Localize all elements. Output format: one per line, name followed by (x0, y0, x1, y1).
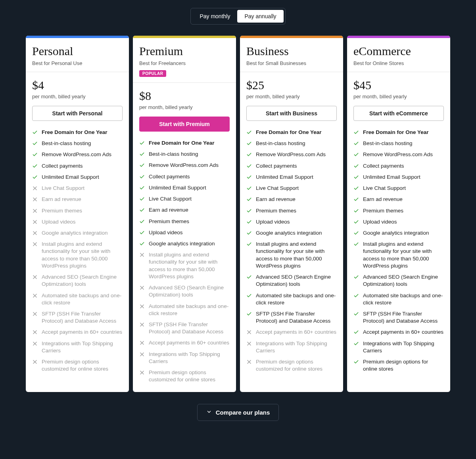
feature-label: Live Chat Support (42, 185, 84, 192)
feature-label: Unlimited Email Support (149, 184, 206, 191)
feature-item: Unlimited Email Support (246, 174, 337, 181)
feature-item: Install plugins and extend functionality… (32, 241, 123, 270)
start-button-personal[interactable]: Start with Personal (32, 106, 123, 121)
feature-label: Install plugins and extend functionality… (363, 241, 444, 270)
feature-item: Upload videos (353, 218, 444, 226)
start-button-ecommerce[interactable]: Start with eCommerce (353, 106, 444, 121)
check-icon (32, 130, 38, 135)
check-icon (139, 196, 145, 202)
feature-label: Free Domain for One Year (42, 129, 107, 136)
feature-label: Accept payments in 60+ countries (256, 329, 336, 336)
check-icon (353, 230, 359, 236)
check-icon (246, 208, 252, 214)
check-icon (353, 163, 359, 169)
feature-item: Advanced SEO (Search Engine Optimization… (353, 273, 444, 288)
feature-label: Earn ad revenue (363, 196, 403, 203)
feature-label: Accept payments in 60+ countries (363, 329, 443, 336)
feature-label: SFTP (SSH File Transfer Protocol) and Da… (42, 310, 123, 325)
feature-item: Premium design options customized for on… (32, 358, 123, 373)
feature-label: Collect payments (149, 173, 190, 180)
feature-item: Automated site backups and one-click res… (246, 292, 337, 306)
cross-icon (139, 252, 145, 258)
check-icon (353, 152, 359, 157)
chevron-down-icon (206, 409, 212, 416)
plan-card-personal: PersonalBest for Personal Use$4per month… (26, 36, 129, 392)
feature-item: Free Domain for One Year (353, 129, 444, 136)
plan-price-block: $4per month, billed yearly (26, 72, 129, 99)
feature-item: Best-in-class hosting (246, 140, 337, 147)
feature-label: Remove WordPress.com Ads (149, 162, 219, 169)
feature-label: SFTP (SSH File Transfer Protocol) and Da… (363, 310, 444, 325)
feature-label: Advanced SEO (Search Engine Optimization… (363, 273, 444, 288)
feature-label: Best-in-class hosting (256, 140, 305, 147)
feature-item: Accept payments in 60+ countries (353, 329, 444, 336)
feature-label: Automated site backups and one-click res… (42, 292, 123, 306)
feature-label: Unlimited Email Support (42, 174, 99, 181)
feature-item: Advanced SEO (Search Engine Optimization… (32, 273, 123, 288)
feature-item: Upload videos (139, 229, 230, 236)
feature-label: SFTP (SSH File Transfer Protocol) and Da… (256, 310, 337, 325)
check-icon (353, 174, 359, 180)
feature-label: Google analytics integration (363, 230, 429, 237)
pay-annually-button[interactable]: Pay annually (237, 10, 283, 23)
pay-monthly-button[interactable]: Pay monthly (192, 10, 237, 23)
feature-item: Install plugins and extend functionality… (246, 241, 337, 270)
feature-label: Install plugins and extend functionality… (256, 241, 337, 270)
compare-plans-button[interactable]: Compare our plans (197, 404, 279, 421)
feature-item: Integrations with Top Shipping Carriers (139, 351, 230, 365)
feature-label: Upload videos (363, 218, 397, 226)
check-icon (353, 341, 359, 346)
feature-label: Automated site backups and one-click res… (363, 292, 444, 306)
feature-label: Collect payments (42, 163, 83, 170)
check-icon (246, 141, 252, 146)
start-button-business[interactable]: Start with Business (246, 106, 337, 121)
plan-subtitle: Best for Freelancers (139, 60, 230, 66)
feature-item: Earn ad revenue (353, 196, 444, 203)
plan-card-premium: PremiumBest for FreelancersPOPULAR$8per … (133, 36, 236, 392)
feature-label: Integrations with Top Shipping Carriers (42, 340, 123, 354)
feature-label: Free Domain for One Year (149, 140, 215, 147)
feature-item: Upload videos (32, 218, 123, 226)
plan-price-block: $45per month, billed yearly (347, 72, 450, 99)
feature-item: Integrations with Top Shipping Carriers (246, 340, 337, 354)
feature-label: Integrations with Top Shipping Carriers (256, 340, 337, 354)
feature-item: Unlimited Email Support (139, 184, 230, 191)
plan-header: PersonalBest for Personal Use (26, 38, 129, 72)
check-icon (353, 359, 359, 365)
feature-item: Premium themes (139, 218, 230, 225)
plan-price-block: $25per month, billed yearly (240, 72, 343, 99)
plan-term: per month, billed yearly (32, 94, 123, 99)
check-icon (246, 293, 252, 298)
check-icon (139, 151, 145, 157)
start-button-premium[interactable]: Start with Premium (139, 117, 230, 132)
check-icon (32, 174, 38, 180)
check-icon (139, 174, 145, 180)
feature-item: Free Domain for One Year (32, 129, 123, 136)
cross-icon (139, 322, 145, 327)
check-icon (32, 141, 38, 146)
check-icon (353, 274, 359, 280)
plan-title: Premium (139, 44, 230, 58)
feature-label: Premium themes (149, 218, 189, 225)
feature-label: Install plugins and extend functionality… (42, 241, 123, 270)
feature-label: Automated site backups and one-click res… (149, 303, 230, 317)
feature-label: Premium design options customized for on… (42, 358, 123, 373)
feature-label: Unlimited Email Support (256, 174, 313, 181)
cross-icon (32, 359, 38, 365)
check-icon (353, 186, 359, 191)
plan-price: $4 (32, 78, 123, 92)
check-icon (246, 219, 252, 225)
feature-item: SFTP (SSH File Transfer Protocol) and Da… (139, 321, 230, 335)
billing-toggle: Pay monthly Pay annually (0, 8, 476, 25)
check-icon (353, 130, 359, 135)
cross-icon (139, 370, 145, 375)
feature-item: Upload videos (246, 218, 337, 226)
feature-list: Free Domain for One YearBest-in-class ho… (240, 121, 343, 381)
feature-item: Integrations with Top Shipping Carriers (353, 340, 444, 354)
feature-label: SFTP (SSH File Transfer Protocol) and Da… (149, 321, 230, 335)
feature-item: Install plugins and extend functionality… (353, 241, 444, 270)
cross-icon (139, 352, 145, 357)
cross-icon (32, 197, 38, 202)
cross-icon (139, 285, 145, 291)
cross-icon (32, 208, 38, 214)
